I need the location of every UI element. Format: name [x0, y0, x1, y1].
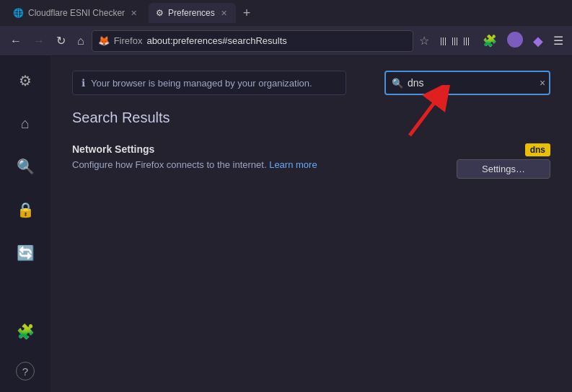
- sidebar-item-help[interactable]: ?: [16, 362, 35, 380]
- tab-esni-close[interactable]: ✕: [129, 7, 138, 19]
- extensions-button[interactable]: 🧩: [480, 31, 500, 50]
- bookmarks-button[interactable]: ⫼⫼⫼: [435, 32, 475, 50]
- profile-button[interactable]: [504, 29, 526, 53]
- search-results-heading: Search Results: [72, 110, 550, 126]
- content-area: ℹ Your browser is being managed by your …: [50, 56, 572, 392]
- sidebar: ⚙ ⌂ 🔍 🔒 🔄 🧩 ?: [0, 56, 50, 392]
- managed-org-text: Your browser is being managed by your or…: [91, 78, 312, 89]
- tab-preferences[interactable]: ⚙ Preferences ✕: [149, 3, 236, 23]
- search-input[interactable]: [408, 77, 534, 89]
- profile-avatar: [507, 32, 523, 48]
- address-bar[interactable]: 🦊 Firefox about:preferences#searchResult…: [92, 30, 413, 52]
- sidebar-item-search[interactable]: 🔍: [12, 153, 39, 179]
- preferences-search-box[interactable]: 🔍 ×: [384, 71, 550, 95]
- firefox-icon: 🦊: [98, 35, 110, 46]
- tab-esni-label: Cloudflare ESNI Checker: [28, 8, 125, 18]
- tab-prefs-close[interactable]: ✕: [219, 7, 229, 19]
- titlebar: 🌐 Cloudflare ESNI Checker ✕ ⚙ Preference…: [0, 0, 572, 26]
- dns-badge: dns: [525, 143, 550, 156]
- sidebar-item-extensions[interactable]: 🧩: [12, 318, 39, 344]
- forward-button[interactable]: →: [29, 32, 49, 50]
- managed-org-info-bar: ℹ Your browser is being managed by your …: [72, 71, 346, 95]
- url-text: about:preferences#searchResults: [146, 35, 286, 46]
- home-button[interactable]: ⌂: [73, 32, 89, 50]
- tab-prefs-icon: ⚙: [156, 8, 164, 18]
- tab-esni-icon: 🌐: [13, 8, 24, 18]
- protocol-label: Firefox: [114, 35, 143, 46]
- result-desc-text: Configure how Firefox connects to the in…: [72, 159, 269, 170]
- result-network-settings: Network Settings Configure how Firefox c…: [72, 143, 550, 179]
- result-heading: Network Settings: [72, 143, 442, 155]
- reload-button[interactable]: ↻: [52, 31, 70, 50]
- info-icon: ℹ: [82, 77, 85, 89]
- tab-prefs-label: Preferences: [168, 8, 215, 18]
- result-description: Configure how Firefox connects to the in…: [72, 158, 442, 172]
- learn-more-link[interactable]: Learn more: [269, 159, 317, 170]
- sidebar-item-privacy[interactable]: 🔒: [12, 197, 39, 223]
- tab-esni[interactable]: 🌐 Cloudflare ESNI Checker ✕: [6, 3, 146, 23]
- result-actions: dns Settings…: [457, 143, 550, 179]
- bookmark-star-button[interactable]: ☆: [416, 31, 432, 50]
- main-layout: ⚙ ⌂ 🔍 🔒 🔄 🧩 ? ℹ Your browser is being ma…: [0, 56, 572, 392]
- sidebar-item-general[interactable]: ⚙: [14, 68, 36, 94]
- network-settings-button[interactable]: Settings…: [457, 159, 550, 179]
- new-tab-button[interactable]: +: [239, 6, 255, 21]
- nav-right-icons: ⫼⫼⫼ 🧩 ◆ ☰: [435, 29, 566, 53]
- menu-button[interactable]: ☰: [550, 31, 566, 50]
- sidebar-item-home[interactable]: ⌂: [17, 111, 34, 136]
- result-text-col: Network Settings Configure how Firefox c…: [72, 143, 442, 172]
- search-box-icon: 🔍: [392, 78, 403, 89]
- search-box-wrapper: 🔍 ×: [384, 71, 550, 95]
- back-button[interactable]: ←: [6, 32, 26, 50]
- navigation-bar: ← → ↻ ⌂ 🦊 Firefox about:preferences#sear…: [0, 26, 572, 56]
- search-clear-button[interactable]: ×: [538, 76, 547, 90]
- sidebar-item-sync[interactable]: 🔄: [12, 240, 39, 266]
- theme-button[interactable]: ◆: [530, 30, 546, 52]
